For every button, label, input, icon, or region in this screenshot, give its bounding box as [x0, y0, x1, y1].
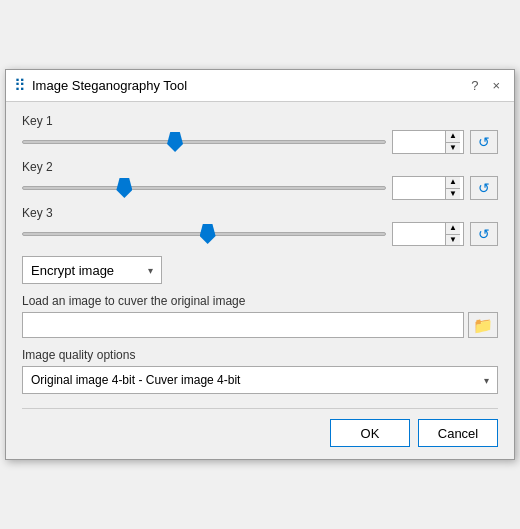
- content-area: Key 1 64398 ▲ ▼ ↺ Key 2: [6, 102, 514, 459]
- key2-slider-track[interactable]: [22, 186, 386, 190]
- quality-label: Image quality options: [22, 348, 498, 362]
- key1-slider-thumb[interactable]: [167, 132, 183, 152]
- close-button[interactable]: ×: [486, 77, 506, 94]
- key3-input[interactable]: 76075: [393, 223, 445, 245]
- help-button[interactable]: ?: [465, 77, 484, 94]
- button-row: OK Cancel: [22, 408, 498, 447]
- ok-button[interactable]: OK: [330, 419, 410, 447]
- key1-input[interactable]: 64398: [393, 131, 445, 153]
- key2-slider-container: [22, 176, 386, 200]
- dialog: ⠿ Image Steganography Tool ? × Key 1 643…: [5, 69, 515, 460]
- title-bar-controls: ? ×: [465, 77, 506, 94]
- key1-down-btn[interactable]: ▼: [446, 143, 460, 154]
- key3-up-btn[interactable]: ▲: [446, 223, 460, 235]
- quality-section: Image quality options Original image 4-b…: [22, 348, 498, 394]
- key2-reset-btn[interactable]: ↺: [470, 176, 498, 200]
- key3-slider-thumb[interactable]: [200, 224, 216, 244]
- key1-spinbox: 64398 ▲ ▼: [392, 130, 464, 154]
- key2-up-btn[interactable]: ▲: [446, 177, 460, 189]
- key3-reset-btn[interactable]: ↺: [470, 222, 498, 246]
- key2-slider-thumb[interactable]: [116, 178, 132, 198]
- browse-button[interactable]: 📁: [468, 312, 498, 338]
- key1-row: 64398 ▲ ▼ ↺: [22, 130, 498, 154]
- key2-arrows: ▲ ▼: [445, 177, 460, 199]
- file-row: 📁: [22, 312, 498, 338]
- key3-slider-track[interactable]: [22, 232, 386, 236]
- encrypt-row: Encrypt image ▾: [22, 256, 498, 284]
- file-input[interactable]: [22, 312, 464, 338]
- key3-label: Key 3: [22, 206, 498, 220]
- key2-down-btn[interactable]: ▼: [446, 189, 460, 200]
- key3-section: Key 3 76075 ▲ ▼ ↺: [22, 206, 498, 246]
- key3-spinbox: 76075 ▲ ▼: [392, 222, 464, 246]
- key3-slider-container: [22, 222, 386, 246]
- cancel-button[interactable]: Cancel: [418, 419, 498, 447]
- key1-slider-track[interactable]: [22, 140, 386, 144]
- key3-down-btn[interactable]: ▼: [446, 235, 460, 246]
- encrypt-dropdown-arrow: ▾: [148, 265, 153, 276]
- key2-section: Key 2 43322 ▲ ▼ ↺: [22, 160, 498, 200]
- key3-row: 76075 ▲ ▼ ↺: [22, 222, 498, 246]
- key1-label: Key 1: [22, 114, 498, 128]
- app-icon: ⠿: [14, 76, 26, 95]
- key1-arrows: ▲ ▼: [445, 131, 460, 153]
- quality-dropdown-arrow: ▾: [484, 375, 489, 386]
- key1-up-btn[interactable]: ▲: [446, 131, 460, 143]
- key2-row: 43322 ▲ ▼ ↺: [22, 176, 498, 200]
- title-bar-text: Image Steganography Tool: [32, 78, 465, 93]
- encrypt-dropdown[interactable]: Encrypt image ▾: [22, 256, 162, 284]
- file-section: Load an image to cuver the original imag…: [22, 294, 498, 338]
- key1-section: Key 1 64398 ▲ ▼ ↺: [22, 114, 498, 154]
- quality-dropdown-text: Original image 4-bit - Cuver image 4-bit: [31, 373, 484, 387]
- key1-slider-container: [22, 130, 386, 154]
- key2-spinbox: 43322 ▲ ▼: [392, 176, 464, 200]
- key3-arrows: ▲ ▼: [445, 223, 460, 245]
- title-bar: ⠿ Image Steganography Tool ? ×: [6, 70, 514, 102]
- file-label: Load an image to cuver the original imag…: [22, 294, 498, 308]
- key1-reset-btn[interactable]: ↺: [470, 130, 498, 154]
- quality-dropdown[interactable]: Original image 4-bit - Cuver image 4-bit…: [22, 366, 498, 394]
- key2-label: Key 2: [22, 160, 498, 174]
- key2-input[interactable]: 43322: [393, 177, 445, 199]
- encrypt-dropdown-text: Encrypt image: [31, 263, 142, 278]
